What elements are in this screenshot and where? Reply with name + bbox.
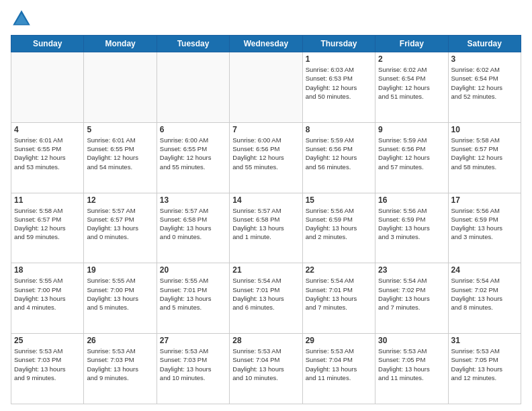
day-number: 12 <box>87 195 153 205</box>
day-number: 16 <box>378 195 445 205</box>
calendar-cell: 15Sunrise: 5:56 AM Sunset: 6:59 PM Dayli… <box>302 193 375 263</box>
calendar-cell: 4Sunrise: 6:01 AM Sunset: 6:55 PM Daylig… <box>11 122 84 193</box>
day-number: 28 <box>232 336 299 345</box>
logo <box>11 8 35 30</box>
day-number: 21 <box>232 265 299 275</box>
calendar-cell: 28Sunrise: 5:53 AM Sunset: 7:04 PM Dayli… <box>230 334 302 404</box>
calendar-week-row: 11Sunrise: 5:58 AM Sunset: 6:57 PM Dayli… <box>11 193 521 263</box>
calendar-cell: 20Sunrise: 5:55 AM Sunset: 7:01 PM Dayli… <box>157 263 229 334</box>
day-number: 10 <box>451 125 518 134</box>
day-number: 27 <box>160 336 226 345</box>
day-number: 31 <box>451 336 518 345</box>
weekday-header: Thursday <box>302 36 375 52</box>
calendar-cell: 3Sunrise: 6:02 AM Sunset: 6:54 PM Daylig… <box>448 52 521 123</box>
calendar-cell: 24Sunrise: 5:54 AM Sunset: 7:02 PM Dayli… <box>448 263 521 334</box>
calendar-cell: 11Sunrise: 5:58 AM Sunset: 6:57 PM Dayli… <box>11 193 84 263</box>
day-info: Sunrise: 5:54 AM Sunset: 7:02 PM Dayligh… <box>451 276 518 312</box>
weekday-header: Tuesday <box>157 36 229 52</box>
day-number: 5 <box>87 125 153 134</box>
day-number: 8 <box>306 125 372 134</box>
day-info: Sunrise: 5:57 AM Sunset: 6:57 PM Dayligh… <box>87 206 153 242</box>
calendar-cell: 12Sunrise: 5:57 AM Sunset: 6:57 PM Dayli… <box>84 193 157 263</box>
calendar-cell: 26Sunrise: 5:53 AM Sunset: 7:03 PM Dayli… <box>84 334 157 404</box>
day-info: Sunrise: 5:59 AM Sunset: 6:56 PM Dayligh… <box>306 136 372 171</box>
day-info: Sunrise: 6:01 AM Sunset: 6:55 PM Dayligh… <box>87 136 153 171</box>
day-number: 20 <box>160 265 226 275</box>
logo-icon <box>11 8 32 30</box>
calendar-cell: 14Sunrise: 5:57 AM Sunset: 6:58 PM Dayli… <box>230 193 302 263</box>
day-number: 17 <box>451 195 518 205</box>
day-number: 29 <box>306 336 372 345</box>
day-number: 7 <box>232 125 299 134</box>
day-number: 14 <box>232 195 299 205</box>
calendar-cell: 16Sunrise: 5:56 AM Sunset: 6:59 PM Dayli… <box>375 193 448 263</box>
day-number: 30 <box>378 336 445 345</box>
calendar-week-row: 18Sunrise: 5:55 AM Sunset: 7:00 PM Dayli… <box>11 263 521 334</box>
day-number: 15 <box>306 195 372 205</box>
day-info: Sunrise: 5:58 AM Sunset: 6:57 PM Dayligh… <box>14 206 81 242</box>
calendar-cell: 22Sunrise: 5:54 AM Sunset: 7:01 PM Dayli… <box>302 263 375 334</box>
calendar-week-row: 25Sunrise: 5:53 AM Sunset: 7:03 PM Dayli… <box>11 334 521 404</box>
calendar-week-row: 4Sunrise: 6:01 AM Sunset: 6:55 PM Daylig… <box>11 122 521 193</box>
day-number: 19 <box>87 265 153 275</box>
day-info: Sunrise: 5:54 AM Sunset: 7:01 PM Dayligh… <box>232 276 299 312</box>
day-number: 4 <box>14 125 81 134</box>
day-number: 3 <box>451 54 518 64</box>
calendar-cell: 30Sunrise: 5:53 AM Sunset: 7:05 PM Dayli… <box>375 334 448 404</box>
calendar-cell: 31Sunrise: 5:53 AM Sunset: 7:05 PM Dayli… <box>448 334 521 404</box>
calendar-cell: 29Sunrise: 5:53 AM Sunset: 7:04 PM Dayli… <box>302 334 375 404</box>
day-info: Sunrise: 5:53 AM Sunset: 7:05 PM Dayligh… <box>378 347 445 382</box>
day-info: Sunrise: 5:55 AM Sunset: 7:00 PM Dayligh… <box>14 276 81 312</box>
calendar-cell: 17Sunrise: 5:56 AM Sunset: 6:59 PM Dayli… <box>448 193 521 263</box>
day-number: 22 <box>306 265 372 275</box>
day-info: Sunrise: 6:02 AM Sunset: 6:54 PM Dayligh… <box>378 65 445 101</box>
weekday-header: Monday <box>84 36 157 52</box>
day-info: Sunrise: 5:53 AM Sunset: 7:04 PM Dayligh… <box>306 347 372 382</box>
calendar-cell <box>230 52 302 123</box>
day-info: Sunrise: 5:56 AM Sunset: 6:59 PM Dayligh… <box>378 206 445 242</box>
calendar-cell: 10Sunrise: 5:58 AM Sunset: 6:57 PM Dayli… <box>448 122 521 193</box>
day-number: 18 <box>14 265 81 275</box>
day-number: 24 <box>451 265 518 275</box>
day-info: Sunrise: 5:53 AM Sunset: 7:03 PM Dayligh… <box>14 347 81 382</box>
calendar-header-row: SundayMondayTuesdayWednesdayThursdayFrid… <box>11 36 521 52</box>
calendar-cell: 7Sunrise: 6:00 AM Sunset: 6:56 PM Daylig… <box>230 122 302 193</box>
day-info: Sunrise: 6:02 AM Sunset: 6:54 PM Dayligh… <box>451 65 518 101</box>
day-info: Sunrise: 5:54 AM Sunset: 7:02 PM Dayligh… <box>378 276 445 312</box>
calendar-cell: 5Sunrise: 6:01 AM Sunset: 6:55 PM Daylig… <box>84 122 157 193</box>
day-number: 6 <box>160 125 226 134</box>
day-number: 11 <box>14 195 81 205</box>
day-number: 1 <box>306 54 372 64</box>
day-info: Sunrise: 5:57 AM Sunset: 6:58 PM Dayligh… <box>232 206 299 242</box>
calendar-cell: 18Sunrise: 5:55 AM Sunset: 7:00 PM Dayli… <box>11 263 84 334</box>
calendar-cell: 25Sunrise: 5:53 AM Sunset: 7:03 PM Dayli… <box>11 334 84 404</box>
day-info: Sunrise: 5:53 AM Sunset: 7:04 PM Dayligh… <box>232 347 299 382</box>
calendar-cell: 1Sunrise: 6:03 AM Sunset: 6:53 PM Daylig… <box>302 52 375 123</box>
day-number: 13 <box>160 195 226 205</box>
day-info: Sunrise: 5:53 AM Sunset: 7:05 PM Dayligh… <box>451 347 518 382</box>
calendar-cell <box>84 52 157 123</box>
calendar-cell: 6Sunrise: 6:00 AM Sunset: 6:55 PM Daylig… <box>157 122 229 193</box>
day-info: Sunrise: 5:53 AM Sunset: 7:03 PM Dayligh… <box>87 347 153 382</box>
calendar-table: SundayMondayTuesdayWednesdayThursdayFrid… <box>11 35 521 404</box>
calendar-cell: 21Sunrise: 5:54 AM Sunset: 7:01 PM Dayli… <box>230 263 302 334</box>
day-number: 9 <box>378 125 445 134</box>
day-info: Sunrise: 5:57 AM Sunset: 6:58 PM Dayligh… <box>160 206 226 242</box>
day-number: 25 <box>14 336 81 345</box>
calendar-cell: 8Sunrise: 5:59 AM Sunset: 6:56 PM Daylig… <box>302 122 375 193</box>
calendar-cell: 19Sunrise: 5:55 AM Sunset: 7:00 PM Dayli… <box>84 263 157 334</box>
calendar-cell: 13Sunrise: 5:57 AM Sunset: 6:58 PM Dayli… <box>157 193 229 263</box>
day-number: 23 <box>378 265 445 275</box>
day-info: Sunrise: 6:03 AM Sunset: 6:53 PM Dayligh… <box>306 65 372 101</box>
weekday-header: Saturday <box>448 36 521 52</box>
calendar-cell <box>11 52 84 123</box>
calendar-week-row: 1Sunrise: 6:03 AM Sunset: 6:53 PM Daylig… <box>11 52 521 123</box>
day-info: Sunrise: 6:00 AM Sunset: 6:56 PM Dayligh… <box>232 136 299 171</box>
weekday-header: Sunday <box>11 36 84 52</box>
day-number: 2 <box>378 54 445 64</box>
day-info: Sunrise: 5:56 AM Sunset: 6:59 PM Dayligh… <box>451 206 518 242</box>
day-info: Sunrise: 6:00 AM Sunset: 6:55 PM Dayligh… <box>160 136 226 171</box>
header <box>11 8 521 30</box>
page: SundayMondayTuesdayWednesdayThursdayFrid… <box>0 0 532 411</box>
day-info: Sunrise: 5:55 AM Sunset: 7:00 PM Dayligh… <box>87 276 153 312</box>
